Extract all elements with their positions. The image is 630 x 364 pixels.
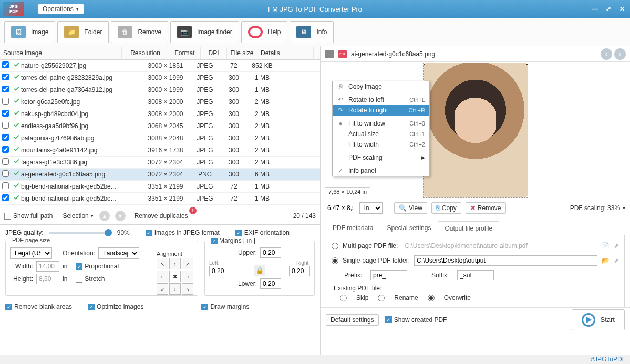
ctx-info-panel[interactable]: ✓Info panel	[333, 165, 429, 176]
pdf-file-icon[interactable]: 📄	[602, 242, 610, 249]
row-checkbox[interactable]	[2, 61, 9, 68]
width-input[interactable]	[36, 261, 59, 272]
table-row[interactable]: big-bend-national-park-ged52be...3351 × …	[0, 181, 320, 193]
image-finder-button[interactable]: 📷Image finder	[170, 21, 239, 43]
table-row[interactable]: mountains-g4a0e91142.jpg3916 × 1738JPEG3…	[0, 144, 320, 157]
selection-menu[interactable]: Selection▼	[58, 212, 94, 220]
row-checkbox[interactable]	[2, 194, 9, 201]
row-checkbox[interactable]	[2, 170, 9, 177]
upper-margin-input[interactable]	[260, 247, 281, 258]
table-row[interactable]: torres-del-paine-g28232829a.jpg3000 × 19…	[0, 72, 320, 84]
tab-output-profile[interactable]: Output file profile	[438, 221, 499, 235]
lock-icon[interactable]: 🔒	[254, 265, 265, 276]
row-checkbox[interactable]	[2, 158, 9, 165]
table-row[interactable]: big-bend-national-park-ged52be...3351 × …	[0, 193, 320, 205]
draw-margins-checkbox[interactable]: ✓Draw margins	[201, 303, 249, 310]
col-filesize[interactable]: File size	[227, 47, 257, 59]
optimize-images-checkbox[interactable]: ✓Optimize images	[88, 303, 143, 310]
table-row[interactable]: kotor-g6ca25e0fc.jpg3008 × 2000JPEG3002 …	[0, 96, 320, 108]
row-checkbox[interactable]	[2, 182, 9, 189]
ctx-actual-size[interactable]: Actual sizeCtrl+1	[333, 129, 429, 139]
minimize-button[interactable]: —	[590, 4, 600, 14]
file-list[interactable]: nature-g255629027.jpg3000 × 1851JPEG7285…	[0, 60, 320, 207]
prefix-input[interactable]	[370, 270, 407, 280]
operations-menu[interactable]: Operations ▼	[38, 4, 84, 14]
add-folder-button[interactable]: 📁Folder	[57, 21, 109, 43]
start-button[interactable]: Start	[572, 309, 625, 330]
images-jpeg-checkbox[interactable]: ✓Images in JPEG format	[146, 229, 220, 236]
remove-duplicates-button[interactable]: Remove duplicates	[131, 211, 192, 221]
col-dpi[interactable]: DPI	[201, 47, 227, 59]
tab-special-settings[interactable]: Special settings	[380, 221, 438, 235]
page-size-select[interactable]: Legal (US)	[10, 247, 52, 259]
crop-size-input[interactable]	[325, 203, 355, 213]
col-source[interactable]: Source image	[0, 47, 122, 59]
single-page-radio[interactable]	[332, 257, 338, 264]
preview-remove-button[interactable]: ✖Remove	[466, 202, 506, 214]
open-external-icon[interactable]: ⬈	[614, 257, 619, 264]
lower-margin-input[interactable]	[260, 278, 281, 289]
row-checkbox[interactable]	[2, 74, 9, 80]
move-up-button[interactable]: ▲	[99, 211, 110, 221]
remove-blank-checkbox[interactable]: ✓Remove blank areas	[5, 303, 72, 310]
height-input[interactable]	[36, 274, 59, 284]
row-checkbox[interactable]	[2, 86, 9, 92]
left-margin-input[interactable]	[209, 266, 230, 276]
row-checkbox[interactable]	[2, 98, 9, 105]
remove-button[interactable]: 🗑Remove	[111, 21, 168, 43]
table-row[interactable]: patagonia-g7f769b6ab.jpg3088 × 2048JPEG3…	[0, 132, 320, 144]
move-down-button[interactable]: ▼	[115, 211, 126, 221]
ctx-rotate-right[interactable]: ↷Rotate to rightCtrl+R ↖	[333, 105, 429, 116]
ctx-fit-window[interactable]: ●Fit to windowCtrl+0	[333, 118, 429, 129]
col-resolution[interactable]: Resolution	[122, 47, 169, 59]
info-button[interactable]: 🖥Info	[290, 21, 334, 43]
rename-radio[interactable]	[378, 295, 385, 301]
alignment-grid[interactable]: ↖↑↗ ←✖→ ↙↓↘	[157, 258, 193, 295]
exif-checkbox[interactable]: ✓EXIF orientation	[235, 229, 290, 236]
show-full-path-checkbox[interactable]: Show full path	[4, 212, 53, 220]
single-path-input[interactable]	[414, 255, 597, 266]
table-row[interactable]: fagaras-gf1e3c3386.jpg3072 × 2304JPEG300…	[0, 157, 320, 169]
ctx-fit-width[interactable]: Fit to widthCtrl+2	[333, 139, 429, 150]
orientation-select[interactable]: Landscape	[98, 247, 139, 259]
copy-button[interactable]: ⎘Copy	[431, 202, 461, 214]
prev-button[interactable]: ‹	[601, 48, 612, 60]
stretch-checkbox[interactable]: Stretch	[76, 275, 105, 283]
browse-folder-icon[interactable]: 📂	[602, 257, 610, 264]
hashtag-link[interactable]: #JPGToPDF	[591, 356, 626, 363]
view-button[interactable]: 🔍View	[394, 202, 427, 214]
tab-pdf-metadata[interactable]: PDF metadata	[326, 221, 380, 235]
maximize-button[interactable]: ⤢	[604, 4, 613, 14]
right-margin-input[interactable]	[289, 266, 310, 276]
jpeg-quality-slider[interactable]	[49, 232, 112, 234]
table-row[interactable]: endless-gaa5d9bf96.jpg3068 × 2045JPEG300…	[0, 120, 320, 132]
ctx-copy-image[interactable]: ⎘Copy image	[333, 81, 429, 92]
close-button[interactable]: ✕	[617, 4, 627, 14]
add-image-button[interactable]: 🖼Image	[4, 21, 55, 43]
row-checkbox[interactable]	[2, 146, 9, 153]
overwrite-radio[interactable]	[428, 295, 435, 301]
pdf-scaling-dropdown[interactable]: PDF scaling: 33%▼	[570, 204, 626, 212]
row-checkbox[interactable]	[2, 122, 9, 129]
table-row[interactable]: ai-generated-g0c1c68aa5.png3072 × 2304PN…	[0, 169, 320, 181]
ctx-pdf-scaling[interactable]: PDF scaling▶	[333, 152, 429, 163]
open-external-icon[interactable]: ⬈	[614, 242, 619, 249]
show-created-pdf-checkbox[interactable]: ✓Show created PDF	[385, 316, 447, 324]
multi-path-input[interactable]	[402, 241, 597, 251]
default-settings-button[interactable]: Default settings	[326, 314, 379, 326]
skip-radio[interactable]	[340, 295, 347, 301]
preview-canvas[interactable]	[423, 63, 528, 198]
help-button[interactable]: Help	[241, 21, 288, 43]
table-row[interactable]: nakusp-gb489cbd04.jpg3008 × 2000JPEG3002…	[0, 108, 320, 120]
table-row[interactable]: torres-del-paine-ga7364a912.jpg3000 × 19…	[0, 84, 320, 96]
multi-page-radio[interactable]	[332, 243, 338, 249]
next-button[interactable]: ›	[614, 48, 626, 60]
col-format[interactable]: Format	[169, 47, 201, 59]
col-details[interactable]: Details	[257, 47, 314, 59]
preview-area[interactable]: 7,68 × 10,24 in ⎘Copy image ↶Rotate to l…	[321, 62, 630, 199]
row-checkbox[interactable]	[2, 134, 9, 141]
ctx-rotate-left[interactable]: ↶Rotate to leftCtrl+L	[333, 95, 429, 105]
proportional-checkbox[interactable]: ✓Proportional	[76, 263, 119, 270]
table-row[interactable]: nature-g255629027.jpg3000 × 1851JPEG7285…	[0, 60, 320, 72]
row-checkbox[interactable]	[2, 110, 9, 117]
